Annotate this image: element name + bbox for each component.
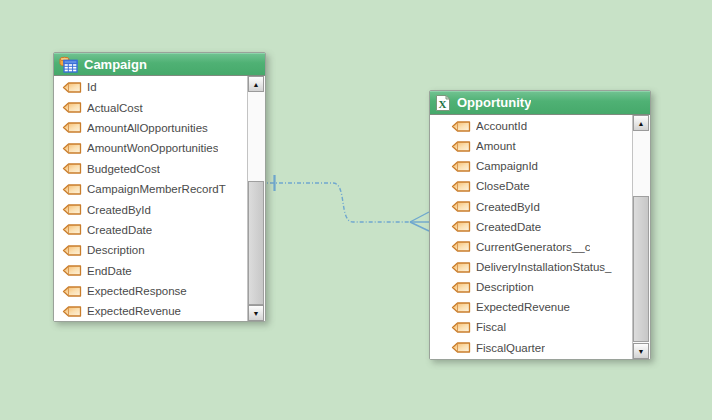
field-tag-icon [62, 102, 82, 113]
field-tag-icon [62, 122, 82, 133]
field-row[interactable]: CreatedById [430, 197, 633, 217]
excel-file-icon: X [435, 94, 451, 112]
field-tag-icon [451, 221, 471, 232]
database-table-icon [59, 56, 78, 73]
field-label: AmountWonOpportunities [87, 142, 218, 154]
field-tag-icon [62, 286, 82, 297]
field-label: ExpectedRevenue [87, 305, 181, 317]
field-label: ExpectedRevenue [476, 301, 570, 313]
field-tag-icon [62, 245, 82, 256]
field-label: AccountId [476, 120, 527, 132]
field-label: Description [87, 244, 145, 256]
field-row[interactable]: CreatedById [54, 199, 248, 219]
vertical-scrollbar[interactable]: ▲ ▼ [632, 115, 650, 359]
field-row[interactable]: ExpectedResponse [54, 281, 248, 301]
field-label: CreatedDate [87, 224, 152, 236]
table-opportunity-body: AccountId Amount CampaignId CloseDate Cr… [430, 115, 650, 359]
field-row[interactable]: ExpectedRevenue [430, 297, 633, 317]
table-opportunity-title: Opportunity [457, 95, 531, 110]
field-row[interactable]: CurrentGenerators__c [430, 237, 633, 257]
field-tag-icon [451, 241, 471, 252]
field-tag-icon [451, 342, 471, 353]
field-tag-icon [62, 163, 82, 174]
field-tag-icon [62, 306, 82, 317]
scrollbar-thumb[interactable] [248, 181, 264, 305]
field-label: EndDate [87, 265, 132, 277]
table-campaign-body: Id ActualCost AmountAllOpportunities Amo… [54, 76, 265, 321]
field-row[interactable]: CampaignId [430, 156, 633, 176]
field-row[interactable]: AccountId [430, 116, 633, 136]
field-row[interactable]: BudgetedCost [54, 159, 248, 179]
field-tag-icon [451, 302, 471, 313]
field-row[interactable]: FiscalQuarter [430, 338, 633, 358]
field-row[interactable]: ExpectedRevenue [54, 301, 248, 321]
field-row[interactable]: Fiscal [430, 317, 633, 337]
field-tag-icon [62, 82, 82, 93]
table-opportunity-field-list: AccountId Amount CampaignId CloseDate Cr… [430, 116, 633, 359]
field-tag-icon [451, 121, 471, 132]
field-tag-icon [451, 141, 471, 152]
field-label: CampaignMemberRecordT [87, 183, 226, 195]
scroll-up-button[interactable]: ▲ [633, 115, 649, 131]
field-row[interactable]: Id [54, 77, 248, 97]
field-tag-icon [62, 184, 82, 195]
field-label: CreatedById [87, 204, 151, 216]
field-label: CreatedById [476, 201, 540, 213]
scrollbar-thumb[interactable] [633, 196, 649, 342]
table-opportunity: X Opportunity AccountId Amount CampaignI… [429, 90, 651, 360]
field-tag-icon [62, 143, 82, 154]
field-tag-icon [451, 201, 471, 212]
field-label: FiscalQuarter [476, 342, 545, 354]
field-label: AmountAllOpportunities [87, 122, 208, 134]
field-label: Id [87, 81, 97, 93]
scroll-up-icon: ▲ [253, 81, 260, 88]
svg-text:X: X [439, 97, 447, 109]
relationship-line[interactable] [261, 183, 410, 222]
field-row[interactable]: Amount [430, 136, 633, 156]
table-campaign-field-list: Id ActualCost AmountAllOpportunities Amo… [54, 77, 248, 321]
relationship-connector[interactable] [258, 170, 434, 240]
field-label: ActualCost [87, 102, 143, 114]
field-tag-icon [62, 204, 82, 215]
field-row[interactable]: AmountWonOpportunities [54, 138, 248, 158]
table-campaign-title: Campaign [84, 57, 147, 72]
scroll-down-icon: ▼ [638, 348, 645, 355]
scroll-up-icon: ▲ [638, 120, 645, 127]
vertical-scrollbar[interactable]: ▲ ▼ [247, 76, 265, 321]
field-tag-icon [451, 181, 471, 192]
scroll-down-button[interactable]: ▼ [248, 305, 264, 321]
field-row[interactable]: DeliveryInstallationStatus_ [430, 257, 633, 277]
scroll-down-button[interactable]: ▼ [633, 343, 649, 359]
field-row[interactable]: EndDate [54, 261, 248, 281]
field-label: CampaignId [476, 160, 538, 172]
field-row[interactable]: ActualCost [54, 97, 248, 117]
field-tag-icon [451, 262, 471, 273]
field-label: CurrentGenerators__c [476, 241, 590, 253]
field-row[interactable]: CloseDate [430, 176, 633, 196]
field-label: DeliveryInstallationStatus_ [476, 261, 612, 273]
field-label: Amount [476, 140, 516, 152]
field-tag-icon [62, 265, 82, 276]
field-row[interactable]: CampaignMemberRecordT [54, 179, 248, 199]
field-label: CloseDate [476, 180, 530, 192]
field-tag-icon [451, 161, 471, 172]
many-crowfoot-icon [410, 212, 429, 231]
table-campaign-header[interactable]: Campaign [54, 53, 265, 76]
scroll-up-button[interactable]: ▲ [248, 76, 264, 92]
field-label: Description [476, 281, 534, 293]
field-label: ExpectedResponse [87, 285, 187, 297]
field-label: Fiscal [476, 321, 506, 333]
field-tag-icon [451, 282, 471, 293]
scroll-down-icon: ▼ [253, 310, 260, 317]
field-row[interactable]: Description [430, 277, 633, 297]
table-campaign: Campaign Id ActualCost AmountAllOpportun… [53, 52, 266, 322]
field-label: CreatedDate [476, 221, 541, 233]
field-label: BudgetedCost [87, 163, 160, 175]
table-opportunity-header[interactable]: X Opportunity [430, 91, 650, 115]
field-tag-icon [62, 224, 82, 235]
field-row[interactable]: CreatedDate [430, 217, 633, 237]
field-row[interactable]: CreatedDate [54, 220, 248, 240]
field-row[interactable]: AmountAllOpportunities [54, 118, 248, 138]
field-tag-icon [451, 322, 471, 333]
field-row[interactable]: Description [54, 240, 248, 260]
